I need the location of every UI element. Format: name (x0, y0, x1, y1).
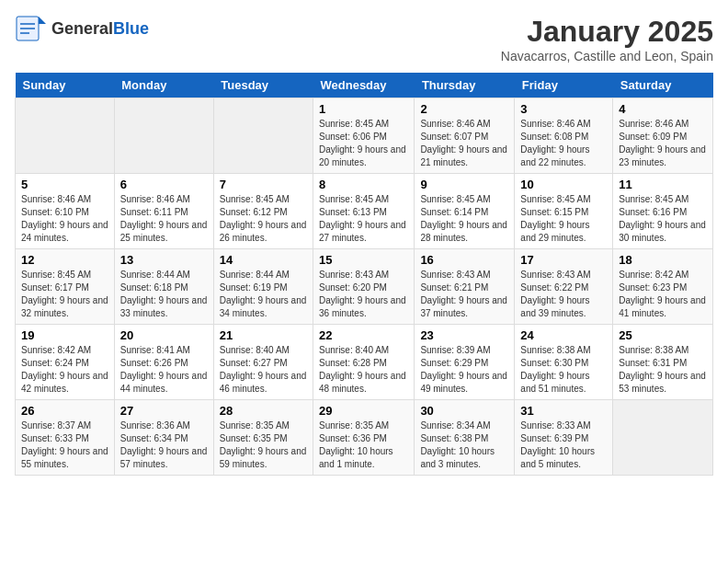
day-number: 16 (420, 253, 508, 267)
day-number: 8 (319, 178, 408, 191)
day-info: Sunrise: 8:45 AM Sunset: 6:17 PM Dayligh… (21, 269, 108, 320)
day-info: Sunrise: 8:45 AM Sunset: 6:14 PM Dayligh… (420, 193, 508, 245)
calendar-empty-cell (613, 400, 713, 476)
day-info: Sunrise: 8:38 AM Sunset: 6:30 PM Dayligh… (520, 344, 607, 396)
calendar-day-17: 17Sunrise: 8:43 AM Sunset: 6:22 PM Dayli… (515, 249, 613, 325)
day-info: Sunrise: 8:38 AM Sunset: 6:31 PM Dayligh… (619, 344, 707, 396)
day-number: 10 (520, 178, 607, 191)
day-number: 22 (319, 328, 408, 342)
day-info: Sunrise: 8:35 AM Sunset: 6:36 PM Dayligh… (319, 419, 408, 471)
day-info: Sunrise: 8:40 AM Sunset: 6:27 PM Dayligh… (220, 344, 307, 396)
day-number: 3 (520, 102, 607, 116)
day-info: Sunrise: 8:46 AM Sunset: 6:08 PM Dayligh… (520, 118, 607, 169)
calendar-day-20: 20Sunrise: 8:41 AM Sunset: 6:26 PM Dayli… (114, 325, 213, 400)
day-number: 28 (220, 404, 307, 418)
svg-marker-1 (39, 17, 46, 24)
day-info: Sunrise: 8:35 AM Sunset: 6:35 PM Dayligh… (220, 419, 307, 471)
day-number: 18 (619, 253, 707, 267)
day-number: 20 (120, 328, 208, 342)
day-number: 7 (220, 178, 307, 191)
calendar-week-row: 5Sunrise: 8:46 AM Sunset: 6:10 PM Daylig… (16, 174, 713, 249)
calendar-day-8: 8Sunrise: 8:45 AM Sunset: 6:13 PM Daylig… (313, 174, 415, 249)
day-info: Sunrise: 8:45 AM Sunset: 6:16 PM Dayligh… (619, 193, 707, 245)
day-number: 14 (220, 253, 307, 267)
day-info: Sunrise: 8:46 AM Sunset: 6:10 PM Dayligh… (21, 193, 108, 245)
day-number: 12 (21, 253, 108, 267)
day-number: 9 (420, 178, 508, 191)
weekday-header-tuesday: Tuesday (213, 73, 313, 98)
day-number: 23 (420, 328, 508, 342)
day-info: Sunrise: 8:33 AM Sunset: 6:39 PM Dayligh… (520, 419, 607, 471)
logo: GeneralBlue (15, 15, 149, 42)
calendar-day-15: 15Sunrise: 8:43 AM Sunset: 6:20 PM Dayli… (313, 249, 415, 325)
calendar-day-27: 27Sunrise: 8:36 AM Sunset: 6:34 PM Dayli… (114, 400, 213, 476)
day-number: 31 (520, 404, 607, 418)
location-subtitle: Navacarros, Castille and Leon, Spain (501, 49, 713, 63)
day-number: 2 (420, 102, 508, 116)
calendar-day-2: 2Sunrise: 8:46 AM Sunset: 6:07 PM Daylig… (415, 98, 515, 174)
day-info: Sunrise: 8:43 AM Sunset: 6:20 PM Dayligh… (319, 269, 408, 320)
day-info: Sunrise: 8:45 AM Sunset: 6:12 PM Dayligh… (220, 193, 307, 245)
weekday-header-saturday: Saturday (613, 73, 713, 98)
day-info: Sunrise: 8:37 AM Sunset: 6:33 PM Dayligh… (21, 419, 108, 471)
calendar-day-21: 21Sunrise: 8:40 AM Sunset: 6:27 PM Dayli… (213, 325, 313, 400)
calendar-day-29: 29Sunrise: 8:35 AM Sunset: 6:36 PM Dayli… (313, 400, 415, 476)
calendar-day-25: 25Sunrise: 8:38 AM Sunset: 6:31 PM Dayli… (613, 325, 713, 400)
calendar-table: SundayMondayTuesdayWednesdayThursdayFrid… (15, 73, 713, 476)
calendar-day-4: 4Sunrise: 8:46 AM Sunset: 6:09 PM Daylig… (613, 98, 713, 174)
day-info: Sunrise: 8:41 AM Sunset: 6:26 PM Dayligh… (120, 344, 208, 396)
calendar-empty-cell (16, 98, 115, 174)
calendar-day-5: 5Sunrise: 8:46 AM Sunset: 6:10 PM Daylig… (16, 174, 115, 249)
weekday-header-thursday: Thursday (415, 73, 515, 98)
day-info: Sunrise: 8:34 AM Sunset: 6:38 PM Dayligh… (420, 419, 508, 471)
logo-blue-text: Blue (113, 19, 149, 38)
day-number: 1 (319, 102, 408, 116)
calendar-day-3: 3Sunrise: 8:46 AM Sunset: 6:08 PM Daylig… (515, 98, 613, 174)
calendar-week-row: 1Sunrise: 8:45 AM Sunset: 6:06 PM Daylig… (16, 98, 713, 174)
day-info: Sunrise: 8:40 AM Sunset: 6:28 PM Dayligh… (319, 344, 408, 396)
day-number: 15 (319, 253, 408, 267)
day-info: Sunrise: 8:46 AM Sunset: 6:09 PM Dayligh… (619, 118, 707, 169)
calendar-day-12: 12Sunrise: 8:45 AM Sunset: 6:17 PM Dayli… (16, 249, 115, 325)
calendar-day-24: 24Sunrise: 8:38 AM Sunset: 6:30 PM Dayli… (515, 325, 613, 400)
day-number: 29 (319, 404, 408, 418)
day-info: Sunrise: 8:39 AM Sunset: 6:29 PM Dayligh… (420, 344, 508, 396)
day-info: Sunrise: 8:44 AM Sunset: 6:19 PM Dayligh… (220, 269, 307, 320)
calendar-day-22: 22Sunrise: 8:40 AM Sunset: 6:28 PM Dayli… (313, 325, 415, 400)
calendar-day-30: 30Sunrise: 8:34 AM Sunset: 6:38 PM Dayli… (415, 400, 515, 476)
calendar-day-23: 23Sunrise: 8:39 AM Sunset: 6:29 PM Dayli… (415, 325, 515, 400)
day-info: Sunrise: 8:42 AM Sunset: 6:24 PM Dayligh… (21, 344, 108, 396)
calendar-day-16: 16Sunrise: 8:43 AM Sunset: 6:21 PM Dayli… (415, 249, 515, 325)
day-number: 25 (619, 328, 707, 342)
calendar-day-6: 6Sunrise: 8:46 AM Sunset: 6:11 PM Daylig… (114, 174, 213, 249)
day-number: 13 (120, 253, 208, 267)
weekday-header-monday: Monday (114, 73, 213, 98)
day-info: Sunrise: 8:36 AM Sunset: 6:34 PM Dayligh… (120, 419, 208, 471)
calendar-day-11: 11Sunrise: 8:45 AM Sunset: 6:16 PM Dayli… (613, 174, 713, 249)
calendar-day-19: 19Sunrise: 8:42 AM Sunset: 6:24 PM Dayli… (16, 325, 115, 400)
logo-general-text: General (51, 19, 113, 38)
day-number: 4 (619, 102, 707, 116)
day-number: 17 (520, 253, 607, 267)
calendar-day-31: 31Sunrise: 8:33 AM Sunset: 6:39 PM Dayli… (515, 400, 613, 476)
calendar-empty-cell (114, 98, 213, 174)
day-number: 26 (21, 404, 108, 418)
day-info: Sunrise: 8:42 AM Sunset: 6:23 PM Dayligh… (619, 269, 707, 320)
day-info: Sunrise: 8:46 AM Sunset: 6:11 PM Dayligh… (120, 193, 208, 245)
day-info: Sunrise: 8:45 AM Sunset: 6:13 PM Dayligh… (319, 193, 408, 245)
calendar-empty-cell (213, 98, 313, 174)
day-number: 5 (21, 178, 108, 191)
calendar-header-row: SundayMondayTuesdayWednesdayThursdayFrid… (16, 73, 713, 98)
calendar-week-row: 19Sunrise: 8:42 AM Sunset: 6:24 PM Dayli… (16, 325, 713, 400)
weekday-header-friday: Friday (515, 73, 613, 98)
day-info: Sunrise: 8:45 AM Sunset: 6:15 PM Dayligh… (520, 193, 607, 245)
day-info: Sunrise: 8:46 AM Sunset: 6:07 PM Dayligh… (420, 118, 508, 169)
calendar-week-row: 12Sunrise: 8:45 AM Sunset: 6:17 PM Dayli… (16, 249, 713, 325)
weekday-header-wednesday: Wednesday (313, 73, 415, 98)
calendar-day-13: 13Sunrise: 8:44 AM Sunset: 6:18 PM Dayli… (114, 249, 213, 325)
weekday-header-sunday: Sunday (16, 73, 115, 98)
day-info: Sunrise: 8:45 AM Sunset: 6:06 PM Dayligh… (319, 118, 408, 169)
calendar-day-18: 18Sunrise: 8:42 AM Sunset: 6:23 PM Dayli… (613, 249, 713, 325)
month-title: January 2025 (501, 15, 713, 49)
day-number: 6 (120, 178, 208, 191)
